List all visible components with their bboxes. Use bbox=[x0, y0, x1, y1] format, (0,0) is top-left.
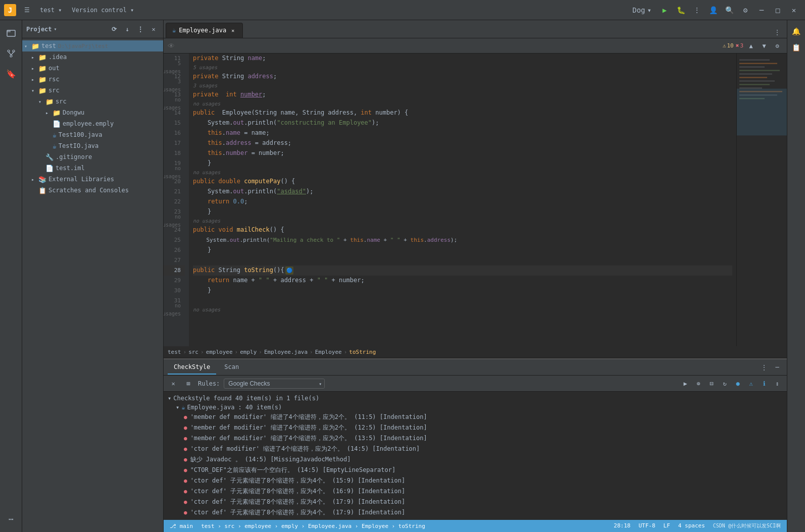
tab-employee-java[interactable]: ☕ Employee.java ✕ bbox=[166, 23, 243, 38]
breadcrumb-emply[interactable]: emply bbox=[240, 349, 257, 355]
collapse-arrow[interactable]: ▾ bbox=[168, 395, 171, 402]
status-line-col[interactable]: 28:18 bbox=[612, 522, 632, 529]
code-line-22: return 0.0; bbox=[193, 197, 732, 207]
filter-btn[interactable]: ↻ bbox=[719, 378, 730, 389]
right-notifications-icon[interactable]: 🔔 bbox=[789, 24, 803, 38]
eye-icon: 👁 bbox=[168, 42, 175, 50]
tree-item-testiml[interactable]: ▸ 📄 test.iml bbox=[22, 163, 163, 174]
tree-item-root[interactable]: ▾ 📁 test D:\javaPrj\test bbox=[22, 40, 163, 51]
checkstyle-item-6[interactable]: ● 'ctor def' 子元素缩进了8个缩进符，应为4个。 (15:9) [I… bbox=[168, 475, 783, 486]
checkstyle-item-3[interactable]: ● 'ctor def modifier' 缩进了4个缩进符，应为2个。 (14… bbox=[168, 444, 783, 454]
tree-item-ext-libs[interactable]: ▸ 📚 External Libraries bbox=[22, 174, 163, 185]
menu-project[interactable]: ☰ bbox=[20, 5, 34, 16]
menu-project-name[interactable]: test bbox=[36, 5, 66, 16]
status-git[interactable]: ⎇ main bbox=[168, 523, 195, 529]
breadcrumb-file[interactable]: Employee.java bbox=[264, 349, 308, 355]
checkstyle-item-8[interactable]: ● 'ctor def' 子元素缩进了8个缩进符，应为4个。 (17:9) [I… bbox=[168, 497, 783, 507]
bottom-toolbar: ✕ ⊞ Rules: Google Checks Sun Checks ▶ ⊕ … bbox=[164, 376, 787, 392]
minimize-button[interactable]: ─ bbox=[754, 3, 769, 17]
panel-settings-btn[interactable]: ⋮ bbox=[135, 24, 146, 35]
checkstyle-item-1[interactable]: ● 'member def modifier' 缩进了4个缩进符，应为2个。 (… bbox=[168, 422, 783, 433]
tree-item-dongwu[interactable]: ▸ 📁 Dongwu bbox=[22, 107, 163, 118]
breadcrumb-employee[interactable]: employee bbox=[206, 349, 233, 355]
nav-down-btn[interactable]: ▼ bbox=[759, 40, 770, 51]
warning-count[interactable]: ⚠ 10 bbox=[723, 42, 734, 49]
tab-checkstyle[interactable]: CheckStyle bbox=[168, 360, 216, 375]
status-encoding[interactable]: UTF-8 bbox=[636, 522, 657, 529]
more-button[interactable]: ⋮ bbox=[690, 3, 704, 17]
sort-btn[interactable]: ↕ bbox=[772, 378, 783, 389]
breadcrumb-class[interactable]: Employee bbox=[315, 349, 342, 355]
breadcrumb-src[interactable]: src bbox=[188, 349, 198, 355]
right-clipboard-icon[interactable]: 📋 bbox=[789, 40, 803, 55]
rules-select-wrapper[interactable]: Google Checks Sun Checks bbox=[224, 379, 325, 389]
error-filter-btn[interactable]: ● bbox=[732, 378, 743, 389]
tree-item-src-src[interactable]: ▾ 📁 src bbox=[22, 96, 163, 107]
checkstyle-item-9[interactable]: ● 'ctor def' 子元素缩进了8个缩进符，应为4个。 (17:9) [I… bbox=[168, 507, 783, 518]
sidebar-item-settings[interactable]: ⋯ bbox=[2, 510, 20, 528]
item-text: 'ctor def' 子元素缩进了8个缩进符，应为4个。 (16:9) [Ind… bbox=[190, 487, 406, 496]
maximize-button[interactable]: □ bbox=[771, 3, 785, 17]
tree-item-gitignore[interactable]: ▸ 🔧 .gitignore bbox=[22, 151, 163, 163]
account-button[interactable]: 👤 bbox=[706, 3, 720, 17]
tree-label: src bbox=[56, 98, 67, 105]
editor-settings-btn[interactable]: ⚙ bbox=[772, 40, 783, 51]
sidebar-item-git[interactable] bbox=[2, 44, 20, 63]
file-collapse-arrow[interactable]: ▾ bbox=[176, 404, 179, 411]
run-button[interactable]: ▶ bbox=[658, 3, 672, 17]
tree-label: Scratches and Consoles bbox=[48, 187, 129, 194]
panel-refresh-btn[interactable]: ⟳ bbox=[109, 24, 120, 35]
error-count[interactable]: ✖ 3 bbox=[736, 42, 743, 49]
warning-filter-btn[interactable]: ⚠ bbox=[745, 378, 757, 389]
tree-item-src[interactable]: ▾ 📁 src bbox=[22, 85, 163, 96]
sidebar-item-bookmark[interactable]: 🔖 bbox=[2, 65, 20, 83]
nav-up-btn[interactable]: ▲ bbox=[745, 40, 757, 51]
search-button[interactable]: 🔍 bbox=[722, 3, 736, 17]
tree-item-idea[interactable]: ▸ 📁 .idea bbox=[22, 51, 163, 63]
debug-button[interactable]: 🐛 bbox=[674, 3, 688, 17]
status-line-sep[interactable]: LF bbox=[662, 522, 672, 529]
panel-collapse-btn[interactable]: ↓ bbox=[122, 24, 133, 35]
expand-btn[interactable]: ⊞ bbox=[183, 378, 194, 389]
bottom-panel-options-btn[interactable]: ⋮ bbox=[759, 362, 770, 373]
tree-item-rsc[interactable]: ▸ 📁 rsc bbox=[22, 74, 163, 85]
right-panel-icons: 🔔 📋 bbox=[787, 20, 805, 532]
collapse-all-btn[interactable]: ⊟ bbox=[706, 378, 717, 389]
rules-select[interactable]: Google Checks Sun Checks bbox=[224, 379, 325, 389]
checkstyle-item-5[interactable]: ● "CTOR_DEF"之前应该有一个空白行。 (14:5) [EmptyLin… bbox=[168, 465, 783, 475]
tree-item-employee-emply[interactable]: ▸ 📄 employee.emply bbox=[22, 118, 163, 129]
run-checkstyle-btn[interactable]: ▶ bbox=[680, 378, 691, 389]
tree-item-scratches[interactable]: ▸ 📋 Scratches and Consoles bbox=[22, 185, 163, 196]
stop-btn[interactable]: ✕ bbox=[168, 378, 179, 389]
breadcrumb-test[interactable]: test bbox=[168, 349, 181, 355]
checkstyle-item-0[interactable]: ● 'member def modifier' 缩进了4个缩进符，应为2个。 (… bbox=[168, 412, 783, 422]
close-button[interactable]: ✕ bbox=[787, 3, 801, 17]
settings-button[interactable]: ⚙ bbox=[738, 3, 752, 17]
info-filter-btn[interactable]: ℹ bbox=[759, 378, 770, 389]
right-checkstyle-icon[interactable] bbox=[789, 488, 803, 528]
run-config-label[interactable]: Dog ▾ bbox=[628, 3, 656, 17]
checkstyle-item-4[interactable]: ● 缺少 Javadoc 。 (14:5) [MissingJavadocMet… bbox=[168, 454, 783, 465]
menu-version-control[interactable]: Version control bbox=[68, 5, 138, 16]
status-project[interactable]: test › src › employee › emply › Employee… bbox=[199, 523, 427, 529]
bottom-panel-minimize-btn[interactable]: ─ bbox=[772, 362, 783, 373]
expand-all-btn[interactable]: ⊕ bbox=[693, 378, 704, 389]
line-num-15: 15 bbox=[164, 118, 185, 128]
code-content[interactable]: private String name; 5 usages private St… bbox=[189, 54, 736, 346]
checkstyle-item-7[interactable]: ● 'ctor def' 子元素缩进了8个缩进符，应为4个。 (16:9) [I… bbox=[168, 486, 783, 497]
status-indent[interactable]: 4 spaces bbox=[676, 522, 707, 529]
tree-item-test100[interactable]: ▸ ☕ Test100.java bbox=[22, 129, 163, 140]
tree-item-testio[interactable]: ▸ ☕ TestIO.java bbox=[22, 140, 163, 151]
tree-path: D:\javaPrj\test bbox=[58, 43, 108, 49]
checkstyle-item-2[interactable]: ● 'member def modifier' 缩进了4个缩进符，应为2个。 (… bbox=[168, 433, 783, 444]
sidebar-item-project[interactable] bbox=[2, 24, 20, 42]
breadcrumb-method[interactable]: toString bbox=[349, 349, 376, 355]
tab-close-btn[interactable]: ✕ bbox=[229, 27, 236, 34]
svg-rect-9 bbox=[739, 63, 777, 64]
panel-close-btn[interactable]: ✕ bbox=[148, 24, 159, 35]
tab-scan[interactable]: Scan bbox=[218, 360, 245, 375]
tree-item-out[interactable]: ▸ 📁 out bbox=[22, 63, 163, 74]
editor-options-btn[interactable]: ⋮ bbox=[772, 27, 783, 38]
error-number: 3 bbox=[740, 42, 743, 49]
item-text: "CTOR_DEF"之前应该有一个空白行。 (14:5) [EmptyLineS… bbox=[190, 466, 396, 474]
